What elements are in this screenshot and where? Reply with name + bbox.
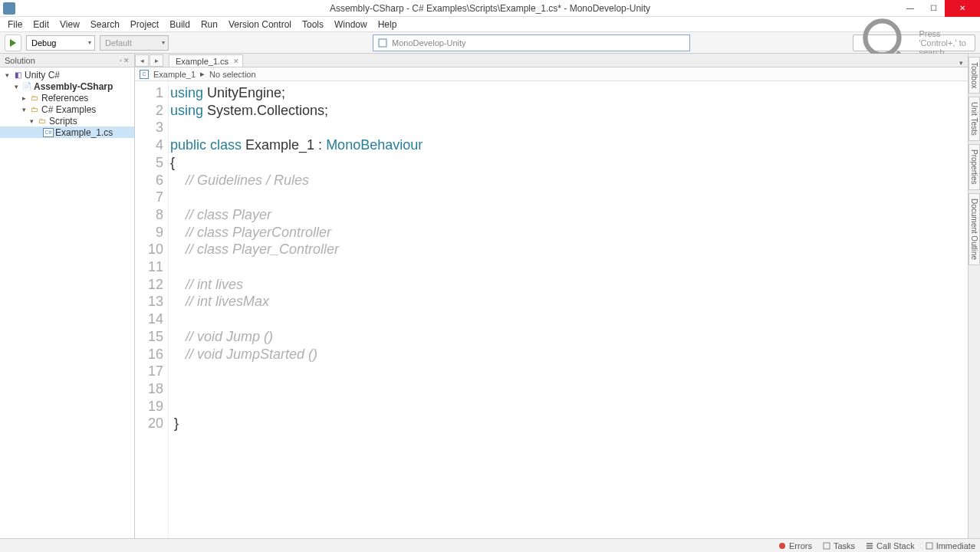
menu-help[interactable]: Help [373, 18, 402, 31]
platform-combo[interactable]: Default [100, 35, 169, 51]
global-search[interactable]: Press 'Control+,' to search [853, 34, 975, 51]
minimize-button[interactable]: — [899, 0, 922, 17]
side-tabs: ToolboxUnit TestsPropertiesDocument Outl… [968, 54, 980, 538]
side-tab-properties[interactable]: Properties [968, 144, 980, 190]
tree-root[interactable]: ▾ ◧ Unity C# [0, 69, 134, 80]
menu-window[interactable]: Window [330, 18, 372, 31]
menu-project[interactable]: Project [126, 18, 163, 31]
side-tab-document-outline[interactable]: Document Outline [968, 193, 980, 265]
tree-file-example1[interactable]: C# Example_1.cs [0, 127, 134, 138]
tree-folder-examples[interactable]: ▾ 🗀 C# Examples [0, 104, 134, 115]
side-tab-toolbox[interactable]: Toolbox [968, 57, 980, 94]
code-content[interactable]: using UnityEngine;using System.Collectio… [169, 81, 968, 538]
app-icon [3, 2, 15, 15]
folder-icon: 🗀 [29, 105, 40, 114]
svg-rect-6 [867, 543, 873, 544]
monodevelop-icon [378, 38, 387, 48]
close-panel-icon[interactable]: ✕ [123, 57, 130, 64]
class-icon: C [140, 70, 149, 79]
tasks-icon [823, 542, 830, 550]
svg-rect-5 [824, 543, 830, 549]
svg-rect-8 [867, 547, 873, 549]
expander-icon[interactable]: ▾ [20, 106, 28, 113]
status-callstack-label: Call Stack [876, 541, 915, 550]
crumb-member[interactable]: No selection [209, 70, 256, 79]
panel-pins: ▫ ✕ [120, 57, 130, 64]
expander-icon[interactable]: ▾ [28, 117, 35, 125]
crumb-class[interactable]: Example_1 [153, 70, 196, 79]
svg-point-2 [865, 21, 899, 54]
tree-references[interactable]: ▸ 🗀 References [0, 92, 134, 104]
svg-point-4 [779, 543, 785, 549]
breadcrumb-bar: C Example_1 ▸ No selection [135, 67, 968, 81]
tree-references-label: References [41, 93, 88, 104]
tree-folder1-label: C# Examples [41, 104, 96, 115]
svg-rect-1 [379, 39, 386, 47]
maximize-button[interactable]: ☐ [922, 0, 945, 17]
folder-icon: 🗀 [37, 117, 48, 126]
menu-run[interactable]: Run [196, 18, 222, 31]
menubar: FileEditViewSearchProjectBuildRunVersion… [0, 17, 980, 32]
solution-header-label: Solution [5, 56, 35, 65]
expander-icon[interactable]: ▾ [12, 83, 20, 90]
close-button[interactable]: ✕ [945, 0, 980, 17]
config-combo[interactable]: Debug [26, 35, 95, 51]
menu-view[interactable]: View [55, 18, 84, 31]
tree-file-label: Example_1.cs [55, 127, 113, 138]
run-button[interactable] [5, 34, 21, 51]
side-tab-unit-tests[interactable]: Unit Tests [968, 97, 980, 141]
status-errors[interactable]: Errors [778, 541, 812, 550]
mid-search-text: MonoDevelop-Unity [392, 38, 466, 48]
status-tasks-label: Tasks [834, 541, 855, 550]
tree-folder-scripts[interactable]: ▾ 🗀 Scripts [0, 115, 134, 127]
status-tasks[interactable]: Tasks [823, 541, 855, 550]
solution-icon: ◧ [12, 71, 23, 80]
menu-file[interactable]: File [3, 18, 27, 31]
menu-edit[interactable]: Edit [28, 18, 54, 31]
solution-panel: Solution ▫ ✕ ▾ ◧ Unity C# ▾ 📄 Assembly-C… [0, 54, 135, 538]
line-gutter: 1234567891011121314151617181920 [135, 81, 169, 538]
svg-marker-0 [10, 39, 16, 47]
statusbar: Errors Tasks Call Stack Immediate [0, 538, 980, 552]
window-controls: — ☐ ✕ [899, 0, 980, 17]
status-immediate[interactable]: Immediate [926, 541, 975, 550]
svg-rect-7 [867, 545, 873, 547]
tab-options-button[interactable]: ▾ [955, 59, 968, 67]
menu-tools[interactable]: Tools [298, 18, 328, 31]
menu-build[interactable]: Build [165, 18, 195, 31]
status-immediate-label: Immediate [936, 541, 975, 550]
autohide-icon[interactable]: ▫ [120, 57, 122, 64]
tree-root-label: Unity C# [25, 70, 60, 80]
crumb-separator: ▸ [200, 69, 205, 79]
status-callstack[interactable]: Call Stack [866, 541, 915, 550]
main-area: Solution ▫ ✕ ▾ ◧ Unity C# ▾ 📄 Assembly-C… [0, 54, 980, 538]
toolbar: Debug Default MonoDevelop-Unity Press 'C… [0, 32, 980, 54]
svg-rect-9 [926, 543, 932, 549]
csharp-file-icon: C# [43, 128, 54, 137]
tab-close-icon[interactable]: ✕ [233, 58, 239, 65]
callstack-icon [866, 542, 873, 550]
menu-version-control[interactable]: Version Control [224, 18, 296, 31]
menu-search[interactable]: Search [86, 18, 124, 31]
tree-project[interactable]: ▾ 📄 Assembly-CSharp [0, 80, 134, 92]
expander-icon[interactable]: ▸ [20, 94, 28, 102]
references-icon: 🗀 [29, 94, 40, 103]
mid-search[interactable]: MonoDevelop-Unity [373, 34, 690, 51]
file-tab-label: Example_1.cs [176, 57, 229, 66]
error-icon [778, 542, 786, 550]
solution-header: Solution ▫ ✕ [0, 54, 134, 67]
immediate-icon [926, 542, 933, 550]
nav-back-button[interactable]: ◂ [135, 54, 149, 67]
editor-area: ◂ ▸ Example_1.cs ✕ ▾ C Example_1 ▸ No se… [135, 54, 968, 538]
solution-tree: ▾ ◧ Unity C# ▾ 📄 Assembly-CSharp ▸ 🗀 Ref… [0, 67, 134, 140]
tree-folder2-label: Scripts [49, 116, 77, 127]
code-editor[interactable]: 1234567891011121314151617181920 using Un… [135, 81, 968, 538]
file-tab-example1[interactable]: Example_1.cs ✕ [169, 54, 243, 67]
nav-forward-button[interactable]: ▸ [150, 54, 163, 67]
csproj-icon: 📄 [21, 82, 32, 91]
window-title: Assembly-CSharp - C# Examples\Scripts\Ex… [330, 3, 650, 14]
expander-icon[interactable]: ▾ [3, 71, 11, 79]
platform-label: Default [105, 38, 132, 48]
tab-strip: ◂ ▸ Example_1.cs ✕ ▾ [135, 54, 968, 67]
search-placeholder: Press 'Control+,' to search [919, 29, 970, 57]
